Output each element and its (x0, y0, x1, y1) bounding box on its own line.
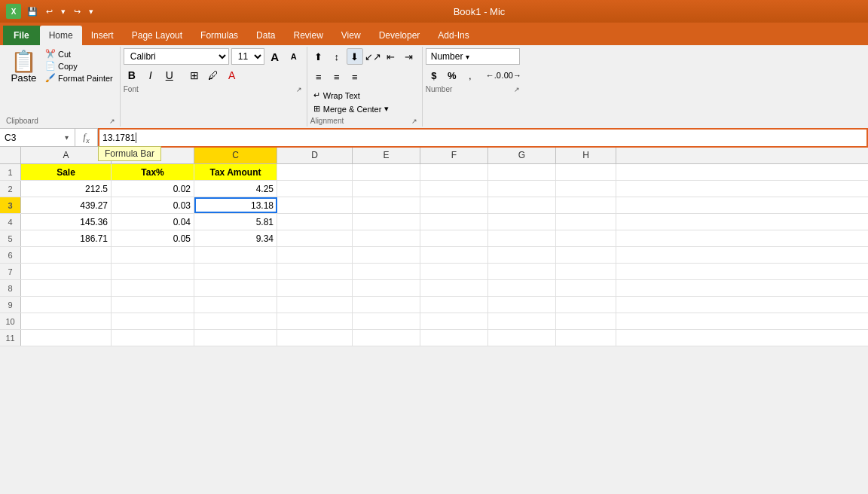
row-num-7[interactable]: 7 (0, 264, 21, 279)
cell-f7[interactable] (420, 264, 488, 279)
tab-page-layout[interactable]: Page Layout (123, 26, 191, 45)
cell-c3[interactable]: 13.18 (194, 197, 277, 213)
indent-increase-button[interactable]: ⇥ (401, 48, 417, 65)
number-expand[interactable]: ↗ (514, 86, 520, 93)
cell-a7[interactable] (21, 264, 112, 279)
cell-e10[interactable] (353, 313, 420, 329)
cell-d3[interactable] (277, 197, 353, 213)
cell-g9[interactable] (488, 297, 556, 313)
cell-g1[interactable] (488, 164, 556, 180)
cell-c11[interactable] (194, 330, 277, 346)
cell-e3[interactable] (353, 197, 420, 213)
cell-h6[interactable] (556, 247, 616, 263)
cell-b4[interactable]: 0.04 (112, 214, 194, 230)
cell-a8[interactable] (21, 280, 112, 296)
cell-g2[interactable] (488, 181, 556, 197)
decrease-font-size-button[interactable]: A (286, 48, 302, 65)
cell-h11[interactable] (556, 330, 616, 346)
tab-data[interactable]: Data (247, 26, 284, 45)
cell-f3[interactable] (420, 197, 488, 213)
row-num-4[interactable]: 4 (0, 214, 21, 230)
row-num-6[interactable]: 6 (0, 247, 21, 263)
cell-b2[interactable]: 0.02 (112, 181, 194, 197)
customize-qa[interactable]: ▾ (86, 5, 96, 18)
cell-c6[interactable] (194, 247, 277, 263)
wrap-text-button[interactable]: ↵ Wrap Text (310, 89, 417, 102)
merge-dropdown-arrow[interactable]: ▾ (384, 104, 389, 114)
cell-g3[interactable] (488, 197, 556, 213)
cell-g4[interactable] (488, 214, 556, 230)
cell-d1[interactable] (277, 164, 353, 180)
cell-c5[interactable]: 9.34 (194, 230, 277, 246)
cell-c7[interactable] (194, 264, 277, 279)
cell-h4[interactable] (556, 214, 616, 230)
cell-f5[interactable] (420, 230, 488, 246)
cell-d8[interactable] (277, 280, 353, 296)
cell-c1[interactable]: Tax Amount (194, 164, 277, 180)
cell-c9[interactable] (194, 297, 277, 313)
italic-button[interactable]: I (142, 67, 159, 84)
font-color-button[interactable]: A (224, 67, 240, 84)
indent-decrease-button[interactable]: ⇤ (383, 48, 399, 65)
font-expand[interactable]: ↗ (296, 86, 302, 93)
cell-e9[interactable] (353, 297, 420, 313)
cell-h7[interactable] (556, 264, 616, 279)
cell-c2[interactable]: 4.25 (194, 181, 277, 197)
cell-c8[interactable] (194, 280, 277, 296)
cell-e1[interactable] (353, 164, 420, 180)
row-num-11[interactable]: 11 (0, 330, 21, 346)
cell-f1[interactable] (420, 164, 488, 180)
undo-dropdown[interactable]: ▾ (58, 5, 69, 18)
row-num-2[interactable]: 2 (0, 181, 21, 197)
align-bottom-button[interactable]: ⬇ (347, 48, 363, 65)
col-header-f[interactable]: F (420, 147, 488, 163)
cell-ref-dropdown[interactable]: ▾ (65, 133, 69, 142)
row-num-10[interactable]: 10 (0, 313, 21, 329)
cell-a4[interactable]: 145.36 (21, 214, 112, 230)
cell-g11[interactable] (488, 330, 556, 346)
tab-review[interactable]: Review (284, 26, 332, 45)
increase-decimal-button[interactable]: .00→ (503, 67, 520, 84)
cell-d7[interactable] (277, 264, 353, 279)
col-header-e[interactable]: E (353, 147, 420, 163)
cell-h9[interactable] (556, 297, 616, 313)
cell-h5[interactable] (556, 230, 616, 246)
cell-a10[interactable] (21, 313, 112, 329)
cell-b6[interactable] (112, 247, 194, 263)
bold-button[interactable]: B (124, 67, 140, 84)
row-num-9[interactable]: 9 (0, 297, 21, 313)
save-button[interactable]: 💾 (24, 5, 41, 18)
clipboard-expand[interactable]: ↗ (109, 117, 115, 125)
cell-b3[interactable]: 0.03 (112, 197, 194, 213)
tab-file[interactable]: File (3, 26, 40, 45)
formula-input[interactable]: 13.1781 (98, 128, 868, 148)
cell-e11[interactable] (353, 330, 420, 346)
tab-insert[interactable]: Insert (82, 26, 123, 45)
row-num-8[interactable]: 8 (0, 280, 21, 296)
cell-b11[interactable] (112, 330, 194, 346)
cell-h3[interactable] (556, 197, 616, 213)
cell-d10[interactable] (277, 313, 353, 329)
percent-button[interactable]: % (444, 67, 460, 84)
cell-d11[interactable] (277, 330, 353, 346)
cell-c10[interactable] (194, 313, 277, 329)
borders-button[interactable]: ⊞ (186, 67, 203, 84)
tab-view[interactable]: View (332, 26, 370, 45)
align-middle-button[interactable]: ↕ (329, 48, 345, 65)
font-name-select[interactable]: Calibri Arial Times New Roman (124, 48, 229, 65)
cell-f11[interactable] (420, 330, 488, 346)
number-format-box[interactable]: Number ▾ (426, 48, 520, 65)
cell-reference-box[interactable]: ▾ (0, 129, 75, 146)
cell-b10[interactable] (112, 313, 194, 329)
increase-font-size-button[interactable]: A (267, 48, 283, 65)
cell-b5[interactable]: 0.05 (112, 230, 194, 246)
decrease-decimal-button[interactable]: ←.0 (485, 67, 502, 84)
row-num-1[interactable]: 1 (0, 164, 21, 180)
cell-g7[interactable] (488, 264, 556, 279)
cell-h2[interactable] (556, 181, 616, 197)
redo-button[interactable]: ↪ (71, 5, 84, 18)
cell-d2[interactable] (277, 181, 353, 197)
cell-a6[interactable] (21, 247, 112, 263)
cell-g10[interactable] (488, 313, 556, 329)
cell-d5[interactable] (277, 230, 353, 246)
